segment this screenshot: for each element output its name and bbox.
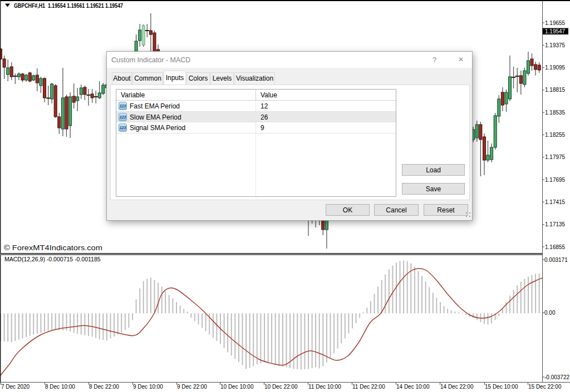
svg-text:1.19655: 1.19655 [545,20,566,26]
svg-text:© ForexMT4Indicators.com: © ForexMT4Indicators.com [4,244,102,252]
svg-text:14 Dec 10:00: 14 Dec 10:00 [396,384,430,390]
svg-text:10 Dec 22:00: 10 Dec 22:00 [264,384,298,390]
svg-text:14 Dec 22:00: 14 Dec 22:00 [440,384,474,390]
svg-text:11 Dec 10:00: 11 Dec 10:00 [308,384,341,390]
svg-text:123: 123 [120,126,126,130]
svg-text:-0.003722: -0.003722 [544,374,569,380]
svg-text:1.17135: 1.17135 [545,221,566,227]
svg-text:0.003171: 0.003171 [544,257,568,263]
svg-text:15 Dec 10:00: 15 Dec 10:00 [485,384,518,390]
svg-text:1.18815: 1.18815 [545,87,566,93]
svg-text:10 Dec 10:00: 10 Dec 10:00 [220,384,254,390]
svg-text:7 Dec 2020: 7 Dec 2020 [1,384,30,390]
svg-text:1.18255: 1.18255 [545,132,566,138]
svg-text:1.19547: 1.19547 [545,28,566,34]
svg-text:1.19095: 1.19095 [545,64,566,71]
svg-text:11 Dec 22:00: 11 Dec 22:00 [352,384,385,390]
svg-text:1.17975: 1.17975 [545,154,566,160]
svg-text:1.18535: 1.18535 [545,110,566,116]
svg-text:GBPCHF#,H1 1.19554 1.19561 1.: GBPCHF#,H1 1.19554 1.19561 1.19521 1.195… [14,2,123,9]
svg-text:MACD(12,26,9) -0.000715 -0.001: MACD(12,26,9) -0.000715 -0.001185 [4,256,101,262]
svg-text:1.17415: 1.17415 [545,199,566,205]
svg-text:9 Dec 22:00: 9 Dec 22:00 [177,384,207,390]
svg-text:1.16855: 1.16855 [545,244,566,250]
svg-text:0.00: 0.00 [544,310,556,316]
svg-text:9 Dec 10:00: 9 Dec 10:00 [133,384,163,390]
svg-text:8 Dec 10:00: 8 Dec 10:00 [45,384,75,390]
svg-text:123: 123 [120,115,126,119]
svg-text:8 Dec 22:00: 8 Dec 22:00 [89,384,119,390]
svg-text:1.19375: 1.19375 [545,42,566,48]
svg-text:123: 123 [120,104,126,108]
svg-text:15 Dec 22:00: 15 Dec 22:00 [528,384,562,390]
svg-text:1.17695: 1.17695 [545,177,566,183]
